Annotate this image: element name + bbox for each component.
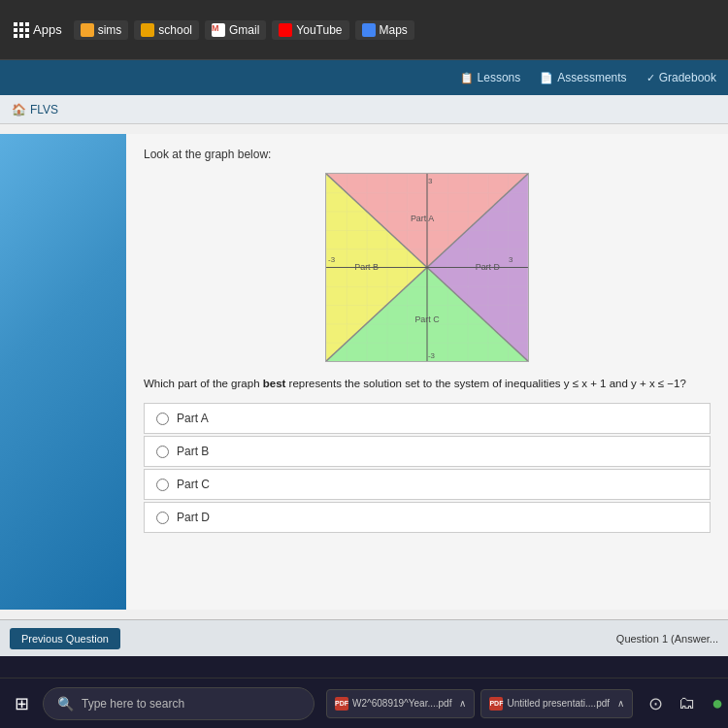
flvs-breadcrumb[interactable]: FLVS bbox=[30, 103, 58, 116]
radio-a[interactable] bbox=[156, 413, 169, 425]
answer-option-a[interactable]: Part A bbox=[144, 403, 711, 434]
youtube-favicon bbox=[279, 23, 292, 37]
sims-label: sims bbox=[98, 23, 122, 37]
answer-b-label: Part B bbox=[177, 445, 209, 458]
radio-c[interactable] bbox=[156, 479, 169, 491]
search-icon: 🔍 bbox=[57, 696, 74, 711]
previous-question-button[interactable]: Previous Question bbox=[10, 628, 120, 649]
answer-option-c[interactable]: Part C bbox=[144, 469, 711, 500]
question-indicator: Question 1 (Answer... bbox=[616, 633, 718, 645]
windows-start-button[interactable]: ⊞ bbox=[0, 678, 43, 729]
pdf-icon-2: PDF bbox=[489, 697, 503, 711]
answer-c-label: Part C bbox=[177, 478, 210, 491]
answer-d-label: Part D bbox=[177, 511, 210, 524]
question-area: Look at the graph below: bbox=[126, 134, 728, 610]
pdf-2-chevron: ∧ bbox=[617, 698, 624, 709]
bookmark-sims[interactable]: sims bbox=[74, 20, 129, 40]
answer-option-d[interactable]: Part D bbox=[144, 502, 711, 533]
pdf-2-label: Untitled presentati....pdf bbox=[507, 698, 610, 709]
maps-label: Maps bbox=[380, 23, 408, 37]
gradebook-label: Gradebook bbox=[659, 71, 716, 84]
pdf-item-2[interactable]: PDF Untitled presentati....pdf ∧ bbox=[480, 689, 633, 718]
apps-button[interactable]: Apps bbox=[8, 18, 68, 42]
apps-grid-icon bbox=[14, 22, 29, 38]
school-favicon bbox=[141, 23, 154, 37]
question-instruction: Look at the graph below: bbox=[144, 148, 711, 161]
assessments-icon: 📄 bbox=[540, 72, 553, 84]
radio-b[interactable] bbox=[156, 446, 169, 458]
taskbar: ⊞ 🔍 Type here to search PDF W2^608919^Ye… bbox=[0, 678, 728, 728]
pdf-item-1[interactable]: PDF W2^608919^Year....pdf ∧ bbox=[326, 689, 475, 718]
nav-lessons[interactable]: 📋 Lessons bbox=[460, 71, 521, 84]
main-content: Look at the graph below: bbox=[0, 124, 728, 619]
x-axis-label: 3 bbox=[509, 255, 513, 264]
nav-gradebook[interactable]: ✓ Gradebook bbox=[646, 71, 716, 84]
browser-bar: Apps sims school M Gmail YouTube Maps bbox=[0, 0, 728, 60]
taskbar-search-bar[interactable]: 🔍 Type here to search bbox=[43, 687, 314, 720]
bookmark-gmail[interactable]: M Gmail bbox=[205, 20, 266, 40]
chrome-icon[interactable]: ● bbox=[711, 692, 723, 714]
nav-assessments[interactable]: 📄 Assessments bbox=[540, 71, 626, 84]
bookmark-youtube[interactable]: YouTube bbox=[272, 20, 348, 40]
sims-favicon bbox=[81, 23, 94, 37]
question-text: Which part of the graph best represents … bbox=[144, 376, 711, 391]
pdf-1-label: W2^608919^Year....pdf bbox=[352, 698, 451, 709]
y-neg-label: -3 bbox=[428, 351, 436, 360]
file-explorer-icon[interactable]: 🗂 bbox=[678, 693, 696, 713]
lessons-label: Lessons bbox=[478, 71, 521, 84]
gradebook-icon: ✓ bbox=[646, 72, 655, 84]
youtube-label: YouTube bbox=[296, 23, 342, 37]
gmail-label: Gmail bbox=[229, 23, 259, 37]
assessments-label: Assessments bbox=[557, 71, 626, 84]
apps-label: Apps bbox=[33, 22, 62, 37]
taskbar-right: ⊙ 🗂 ● bbox=[648, 692, 723, 714]
answer-a-label: Part A bbox=[177, 412, 209, 425]
task-view-icon[interactable]: ⊙ bbox=[648, 693, 663, 714]
school-label: school bbox=[158, 23, 192, 37]
answer-option-b[interactable]: Part B bbox=[144, 436, 711, 467]
x-neg-label: -3 bbox=[328, 255, 336, 264]
radio-d[interactable] bbox=[156, 512, 169, 524]
bookmark-school[interactable]: school bbox=[134, 20, 199, 40]
flvs-home-icon: 🏠 bbox=[12, 103, 26, 116]
flvs-bar: 🏠 FLVS bbox=[0, 95, 728, 124]
bookmark-maps[interactable]: Maps bbox=[355, 20, 414, 40]
graph-svg: 3 3 -3 -3 Part A Part B Part C Part D bbox=[326, 174, 528, 361]
taskbar-pdf-items: PDF W2^608919^Year....pdf ∧ PDF Untitled… bbox=[326, 689, 633, 718]
nav-bar: 📋 Lessons 📄 Assessments ✓ Gradebook bbox=[0, 60, 728, 95]
lessons-icon: 📋 bbox=[460, 72, 474, 84]
part-d-label: Part D bbox=[476, 262, 500, 272]
search-text: Type here to search bbox=[82, 697, 184, 711]
part-a-label: Part A bbox=[411, 214, 434, 223]
left-sidebar bbox=[0, 134, 126, 610]
gmail-favicon: M bbox=[212, 23, 225, 37]
graph-container: 3 3 -3 -3 Part A Part B Part C Part D bbox=[325, 173, 529, 362]
part-b-label: Part B bbox=[354, 262, 379, 272]
bottom-bar: Previous Question Question 1 (Answer... bbox=[0, 619, 728, 656]
pdf-1-chevron: ∧ bbox=[459, 698, 466, 709]
y-axis-top-label: 3 bbox=[428, 177, 433, 185]
pdf-icon-1: PDF bbox=[335, 697, 348, 711]
maps-favicon bbox=[362, 23, 376, 37]
part-c-label: Part C bbox=[414, 314, 440, 324]
